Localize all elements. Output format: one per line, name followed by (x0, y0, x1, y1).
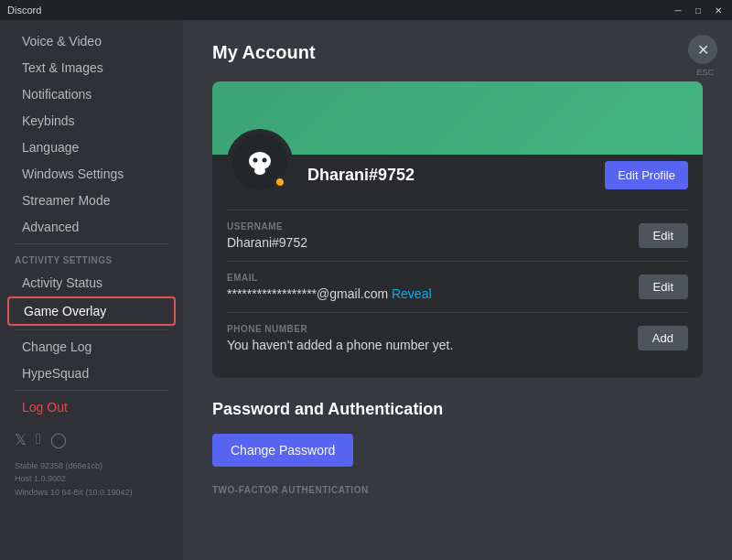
esc-label: ESC (696, 68, 714, 77)
activity-settings-label: ACTIVITY SETTINGS (0, 248, 183, 269)
sidebar-item-label: Keybinds (22, 113, 75, 128)
edit-profile-button[interactable]: Edit Profile (605, 161, 688, 189)
instagram-icon[interactable]: ◯ (50, 431, 67, 448)
content-area: ✕ ESC My Account (183, 20, 732, 560)
twitter-icon[interactable]: 𝕏 (15, 431, 27, 448)
avatar (227, 129, 293, 195)
email-edit-button[interactable]: Edit (639, 275, 688, 299)
username-edit-button[interactable]: Edit (639, 223, 688, 248)
svg-point-2 (253, 158, 258, 163)
email-field: EMAIL ******************@gmail.com Revea… (227, 273, 432, 301)
username-row: USERNAME Dharani#9752 Edit (227, 210, 688, 261)
version-line-1: Stable 92358 (d66e1cb) (15, 459, 168, 472)
sidebar-item-text-images[interactable]: Text & Images (7, 55, 176, 81)
sidebar-item-label: Text & Images (22, 60, 103, 75)
sidebar-item-notifications[interactable]: Notifications (7, 81, 176, 107)
email-value: ******************@gmail.com Reveal (227, 286, 432, 301)
close-window-button[interactable]: ✕ (712, 5, 725, 16)
page-title: My Account (212, 42, 703, 63)
sidebar-item-keybinds[interactable]: Keybinds (7, 108, 176, 134)
sidebar-item-game-overlay[interactable]: Game Overlay (7, 296, 176, 326)
sidebar-item-advanced[interactable]: Advanced (7, 214, 176, 240)
sidebar-item-label: Game Overlay (24, 304, 106, 318)
sidebar-item-label: Advanced (22, 220, 79, 234)
sidebar-item-label: Streamer Mode (22, 193, 110, 208)
sidebar-item-streamer-mode[interactable]: Streamer Mode (7, 188, 176, 213)
minimize-button[interactable]: ─ (672, 5, 684, 16)
email-masked: ******************@gmail.com (227, 286, 388, 301)
sidebar-item-label: Activity Status (22, 275, 102, 290)
phone-row: PHONE NUMBER You haven't added a phone n… (227, 312, 688, 363)
sidebar-item-label: Change Log (22, 339, 92, 354)
sidebar-item-label: Language (22, 140, 79, 155)
sidebar: Voice & Video Text & Images Notification… (0, 20, 183, 560)
phone-label: PHONE NUMBER (227, 324, 453, 334)
sidebar-item-hypesquad[interactable]: HypeSquad (7, 361, 176, 386)
username-value: Dharani#9752 (227, 235, 307, 250)
close-settings-button[interactable]: ✕ (688, 35, 717, 64)
sidebar-divider (15, 243, 168, 244)
titlebar: Discord ─ □ ✕ (0, 0, 732, 20)
sidebar-item-label: Notifications (22, 87, 92, 102)
username-label: USERNAME (227, 221, 307, 232)
reveal-email-link[interactable]: Reveal (392, 286, 432, 301)
username-field: USERNAME Dharani#9752 (227, 221, 307, 250)
version-line-2: Host 1.0.9002 (15, 472, 168, 485)
password-section-title: Password and Authentication (212, 400, 703, 419)
sidebar-divider-2 (15, 329, 168, 330)
maximize-button[interactable]: □ (692, 5, 705, 16)
profile-username: Dharani#9752 (307, 166, 605, 185)
titlebar-controls: ─ □ ✕ (672, 5, 725, 16)
svg-point-3 (263, 158, 267, 163)
profile-card: Dharani#9752 Edit Profile USERNAME Dhara… (212, 81, 703, 378)
version-info: Stable 92358 (d66e1cb) Host 1.0.9002 Win… (0, 456, 183, 502)
sidebar-item-windows-settings[interactable]: Windows Settings (7, 161, 176, 187)
phone-field: PHONE NUMBER You haven't added a phone n… (227, 324, 453, 352)
sidebar-item-label: Voice & Video (22, 34, 102, 48)
sidebar-divider-3 (15, 390, 168, 391)
phone-add-button[interactable]: Add (638, 326, 688, 350)
titlebar-title: Discord (7, 5, 41, 16)
social-links: 𝕏 𝕉 ◯ (0, 424, 183, 456)
profile-info: Dharani#9752 Edit Profile (212, 129, 703, 210)
version-line-3: Windows 10 64-Bit (10.0.19042) (15, 486, 168, 499)
sidebar-item-change-log[interactable]: Change Log (7, 334, 176, 360)
sidebar-item-voice-video[interactable]: Voice & Video (7, 28, 176, 54)
email-row: EMAIL ******************@gmail.com Revea… (227, 261, 688, 312)
app-body: Voice & Video Text & Images Notification… (0, 20, 732, 560)
status-dot (274, 176, 286, 188)
profile-info-section: USERNAME Dharani#9752 Edit EMAIL *******… (212, 210, 703, 378)
sidebar-item-label: Windows Settings (22, 167, 124, 181)
sidebar-item-label: HypeSquad (22, 366, 89, 381)
sidebar-item-activity-status[interactable]: Activity Status (7, 270, 176, 296)
facebook-icon[interactable]: 𝕉 (36, 431, 41, 448)
phone-value: You haven't added a phone number yet. (227, 338, 453, 352)
discord-logo-icon (242, 144, 278, 180)
email-label: EMAIL (227, 273, 432, 283)
logout-button[interactable]: Log Out (7, 394, 176, 420)
change-password-button[interactable]: Change Password (212, 434, 353, 467)
sidebar-item-language[interactable]: Language (7, 135, 176, 160)
two-factor-authentication-label: TWO-FACTOR AUTHENTICATION (212, 485, 703, 495)
